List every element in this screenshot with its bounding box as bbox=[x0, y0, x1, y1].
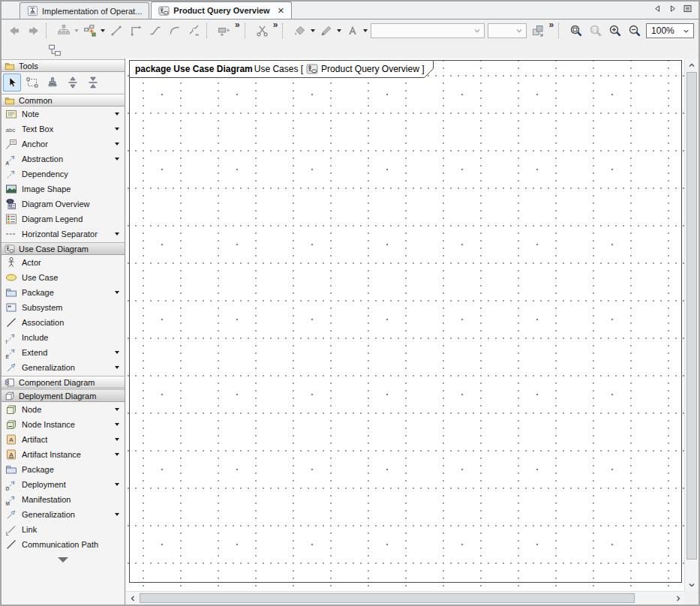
palette-item-deployment[interactable]: DDeployment bbox=[2, 477, 125, 492]
display-related-elements-button-dropdown-arrow[interactable] bbox=[101, 29, 105, 32]
zoom-in-button[interactable] bbox=[605, 21, 625, 40]
refactor-button[interactable] bbox=[253, 21, 272, 40]
palette-item-package[interactable]: Package bbox=[2, 462, 125, 477]
palette-item-artifact[interactable]: AArtifact bbox=[2, 432, 125, 447]
fill-color-button[interactable] bbox=[290, 21, 310, 40]
palette-item-node[interactable]: Node bbox=[2, 402, 125, 417]
free-space-vertically-tool[interactable] bbox=[64, 74, 82, 92]
palette-item-note[interactable]: Note bbox=[2, 106, 125, 122]
line-jumps-button[interactable] bbox=[185, 21, 204, 40]
bezier-path-style-button[interactable] bbox=[165, 21, 185, 40]
zoom-out-button[interactable] bbox=[625, 21, 644, 40]
vertical-scrollbar-thumb[interactable] bbox=[686, 72, 697, 560]
back-button[interactable] bbox=[5, 21, 24, 40]
palette-item-dropdown-arrow[interactable] bbox=[115, 142, 119, 146]
diagram-frame-header[interactable]: package Use Case Diagram Use Cases [Prod… bbox=[129, 60, 434, 78]
palette-item-anchor[interactable]: Anchor bbox=[2, 136, 125, 152]
palette-item-dropdown-arrow[interactable] bbox=[115, 438, 119, 441]
palette-item-horizontal-separator[interactable]: Horizontal Separator bbox=[2, 226, 125, 242]
marquee-selection-tool[interactable] bbox=[23, 74, 41, 92]
toolbar-overflow-chevron[interactable]: » bbox=[273, 21, 278, 29]
palette-item-dropdown-arrow[interactable] bbox=[115, 423, 119, 426]
palette-item-dropdown-arrow[interactable] bbox=[115, 291, 119, 294]
tab-implementation-of-operat[interactable]: Implementation of Operat... bbox=[20, 2, 149, 19]
palette-item-abstraction[interactable]: AAbstraction bbox=[2, 152, 125, 166]
palette-item-diagram-legend[interactable]: Diagram Legend bbox=[2, 212, 125, 226]
palette-item-artifact-instance[interactable]: AArtifact Instance bbox=[2, 447, 125, 462]
pen-color-button-dropdown-arrow[interactable] bbox=[337, 29, 341, 32]
remove-free-space-vertically-tool[interactable] bbox=[84, 74, 102, 92]
palette-item-dropdown-arrow[interactable] bbox=[115, 453, 119, 456]
font-color-button-dropdown-arrow[interactable] bbox=[363, 29, 368, 32]
palette-item-actor[interactable]: Actor bbox=[2, 255, 125, 270]
palette-item-include[interactable]: IInclude bbox=[2, 330, 125, 345]
forward-button[interactable] bbox=[24, 21, 44, 40]
palette-item-dropdown-arrow[interactable] bbox=[115, 483, 119, 486]
scroll-tabs-right-button[interactable] bbox=[668, 3, 677, 16]
font-color-button[interactable] bbox=[343, 21, 362, 40]
palette-item-dropdown-arrow[interactable] bbox=[115, 366, 119, 369]
horizontal-scrollbar[interactable] bbox=[126, 591, 684, 604]
palette-section-common[interactable]: Common bbox=[2, 94, 125, 106]
toolbar-overflow-chevron[interactable]: » bbox=[548, 21, 554, 29]
palette-item-use-case[interactable]: Use Case bbox=[2, 270, 125, 285]
palette-item-text-box[interactable]: abcText Box bbox=[2, 122, 125, 136]
palette-item-link[interactable]: LLink bbox=[2, 522, 125, 537]
palette-item-association[interactable]: Association bbox=[2, 315, 125, 330]
rectilinear-path-style-button[interactable] bbox=[126, 21, 146, 40]
fill-color-button-dropdown-arrow[interactable] bbox=[311, 29, 315, 32]
palette-item-dropdown-arrow[interactable] bbox=[115, 408, 119, 411]
scroll-left-button[interactable] bbox=[126, 592, 139, 604]
palette-item-dropdown-arrow[interactable] bbox=[115, 112, 119, 116]
palette-item-communication-path[interactable]: Communication Path bbox=[2, 537, 125, 552]
oblique-path-style-button[interactable] bbox=[146, 21, 165, 40]
palette-item-dropdown-arrow[interactable] bbox=[115, 351, 119, 354]
scroll-up-button[interactable] bbox=[685, 58, 698, 71]
font-size-combo[interactable] bbox=[488, 23, 527, 38]
palette-item-dependency[interactable]: Dependency bbox=[2, 166, 125, 182]
tab-list-button[interactable] bbox=[683, 3, 692, 16]
palette-item-dropdown-arrow[interactable] bbox=[115, 128, 119, 130]
palette-item-dropdown-arrow[interactable] bbox=[115, 232, 119, 236]
palette-item-dropdown-arrow[interactable] bbox=[115, 513, 119, 516]
pen-color-button[interactable] bbox=[317, 21, 336, 40]
scroll-down-button[interactable] bbox=[685, 578, 698, 591]
palette-more-button[interactable] bbox=[2, 554, 125, 566]
palette-item-manifestation[interactable]: MManifestation bbox=[2, 492, 125, 507]
toolbar-overflow-chevron[interactable]: » bbox=[235, 21, 240, 29]
scroll-tabs-left-button[interactable] bbox=[653, 3, 662, 16]
show-symbol-parts-button[interactable] bbox=[215, 21, 234, 40]
palette-section-deployment-diagram[interactable]: Deployment Diagram bbox=[2, 389, 125, 402]
palette-section-tools[interactable]: Tools bbox=[2, 59, 125, 72]
zoom-1-1-button[interactable]: 1:1 bbox=[586, 21, 605, 40]
fit-in-window-button[interactable] bbox=[566, 21, 586, 40]
shape-grouping-button[interactable] bbox=[528, 21, 548, 40]
palette-item-generalization[interactable]: Generalization bbox=[2, 360, 125, 375]
palette-item-generalization[interactable]: Generalization bbox=[2, 507, 125, 522]
stamp-mode-tool[interactable] bbox=[44, 74, 62, 92]
vertical-scrollbar[interactable] bbox=[684, 58, 698, 591]
diagram-canvas[interactable]: package Use Case Diagram Use Cases [Prod… bbox=[126, 58, 684, 591]
palette-item-node-instance[interactable]: Node Instance bbox=[2, 417, 125, 432]
quick-layout-button-dropdown-arrow[interactable] bbox=[74, 29, 79, 32]
zoom-level-combo[interactable]: 100% bbox=[646, 23, 694, 38]
containment-button[interactable] bbox=[45, 40, 65, 60]
palette-section-component-diagram[interactable]: Component Diagram bbox=[2, 376, 125, 388]
font-name-combo[interactable] bbox=[371, 23, 485, 38]
palette-item-dropdown-arrow[interactable] bbox=[115, 158, 119, 160]
tab-close-icon[interactable]: ✕ bbox=[278, 6, 284, 16]
display-related-elements-button[interactable] bbox=[80, 21, 100, 40]
palette-item-diagram-overview[interactable]: Diagram Overview bbox=[2, 196, 125, 212]
palette-item-image-shape[interactable]: Image Shape bbox=[2, 182, 125, 196]
palette-item-package[interactable]: Package bbox=[2, 285, 125, 300]
straight-path-style-button[interactable] bbox=[107, 21, 126, 40]
quick-layout-button[interactable] bbox=[54, 21, 74, 40]
horizontal-scrollbar-thumb[interactable] bbox=[140, 593, 635, 603]
palette-item-subsystem[interactable]: Subsystem bbox=[2, 300, 125, 315]
select-tool[interactable] bbox=[3, 74, 21, 92]
scroll-right-button[interactable] bbox=[671, 592, 684, 604]
palette-section-use-case-diagram[interactable]: Use Case Diagram bbox=[2, 242, 125, 255]
palette-item-extend[interactable]: EExtend bbox=[2, 345, 125, 360]
palette-item-label: Subsystem bbox=[22, 303, 120, 312]
tab-product-query-overview[interactable]: Product Query Overview✕ bbox=[151, 2, 292, 19]
